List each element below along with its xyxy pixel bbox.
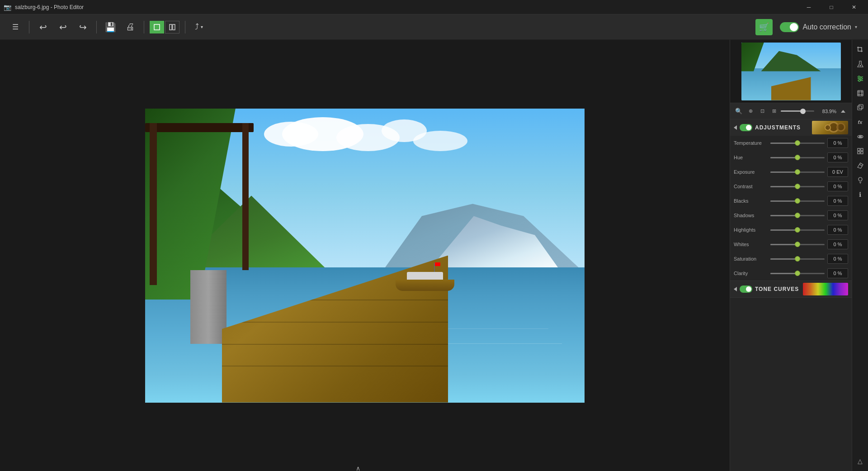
adj-slider-thumb-5	[795, 213, 800, 218]
zoom-fit-btn[interactable]: ⊡	[757, 106, 767, 116]
adj-slider-6[interactable]	[770, 229, 825, 231]
adj-slider-8[interactable]	[770, 258, 825, 260]
auto-correction-control[interactable]: Auto correction ▾	[776, 20, 861, 34]
canvas-area[interactable]: ∧	[0, 40, 730, 471]
lab-icon-btn[interactable]	[854, 58, 867, 71]
adj-row-temperature: Temperature 0 %	[730, 136, 852, 150]
sliders-icon-btn[interactable]	[854, 72, 867, 85]
adj-row-highlights: Highlights 0 %	[730, 223, 852, 237]
adjustments-toggle[interactable]	[740, 124, 752, 131]
toggle-knob	[790, 23, 798, 31]
zoom-slider[interactable]	[781, 110, 814, 112]
svg-rect-18	[858, 152, 860, 154]
svg-point-15	[860, 136, 861, 137]
tone-curves-rainbow	[803, 283, 848, 295]
chevron-up-icon	[841, 110, 845, 113]
main-toolbar: ☰ ↩ ↩ ↪ 💾 🖨 ⤴ ▾ 🛒 Auto correction ▾	[0, 14, 868, 40]
redeye-icon-btn[interactable]	[854, 130, 867, 143]
adjustments-section: ADJUSTMENTS Temperature 0 % Hue	[730, 119, 852, 281]
app-icon: 📷	[4, 4, 11, 11]
title-bar: 📷 salzburg-6.jpg - Photo Editor ─ □ ✕	[0, 0, 868, 14]
title-bar-controls: ─ □ ✕	[798, 0, 864, 14]
close-button[interactable]: ✕	[844, 0, 864, 14]
adj-row-blacks: Blacks 0 %	[730, 194, 852, 208]
adj-slider-5[interactable]	[770, 215, 825, 216]
info-icon-btn[interactable]: ℹ	[854, 188, 867, 201]
svg-rect-11	[858, 106, 862, 110]
svg-rect-16	[858, 148, 860, 151]
adj-slider-7[interactable]	[770, 244, 825, 245]
save-button[interactable]: 💾	[102, 19, 118, 35]
maximize-button[interactable]: □	[821, 0, 842, 14]
adj-slider-4[interactable]	[770, 200, 825, 202]
adj-slider-fill-7	[770, 244, 797, 245]
cart-button[interactable]: 🛒	[755, 19, 773, 35]
gears-decoration	[812, 121, 848, 134]
svg-rect-2	[173, 24, 175, 30]
zoom-slider-thumb[interactable]	[800, 109, 806, 114]
zoom-slider-fill	[781, 110, 801, 112]
svg-point-3	[859, 65, 861, 67]
adjustments-icon-area	[812, 121, 848, 134]
zoom-in-btn[interactable]: ⊕	[745, 106, 755, 116]
zoom-full-btn[interactable]: ⊞	[769, 106, 779, 116]
tone-curves-header[interactable]: TONE CURVES	[730, 281, 852, 297]
print-button[interactable]: 🖨	[122, 19, 138, 35]
grid-icon-btn[interactable]	[854, 145, 867, 157]
window-title: salzburg-6.jpg - Photo Editor	[15, 4, 84, 10]
adj-row-exposure: Exposure 0 EV	[730, 165, 852, 179]
adj-slider-thumb-8	[795, 256, 800, 262]
adj-row-clarity: Clarity 0 %	[730, 266, 852, 281]
crop-icon-btn[interactable]	[854, 43, 867, 56]
adj-label-1: Hue	[734, 155, 768, 160]
tone-curves-toggle[interactable]	[740, 285, 752, 293]
adjustments-header[interactable]: ADJUSTMENTS	[730, 119, 852, 136]
adj-slider-fill-9	[770, 273, 797, 274]
delta-icon-btn[interactable]: △	[854, 455, 867, 467]
adj-slider-9[interactable]	[770, 273, 825, 274]
clouds-layer	[255, 117, 481, 176]
adj-slider-thumb-4	[795, 198, 800, 204]
share-button[interactable]: ⤴ ▾	[191, 19, 207, 35]
auto-correction-toggle[interactable]	[780, 22, 799, 32]
view-toggle-group	[150, 21, 179, 33]
zoom-out-btn[interactable]: 🔍	[734, 106, 744, 116]
svg-rect-19	[861, 152, 863, 154]
adj-value-2: 0 EV	[827, 167, 848, 177]
eraser-icon-btn[interactable]	[854, 159, 867, 172]
arbor-post-right	[242, 123, 249, 270]
boat-hull	[396, 280, 454, 291]
auto-correction-dropdown[interactable]: ▾	[855, 24, 857, 29]
auto-correction-label: Auto correction	[802, 23, 851, 31]
adjustments-collapse-icon	[734, 125, 737, 130]
adj-row-contrast: Contrast 0 %	[730, 179, 852, 194]
redo-button[interactable]: ↪	[75, 19, 91, 35]
tone-curves-section: TONE CURVES	[730, 281, 852, 298]
undo2-button[interactable]: ↩	[55, 19, 71, 35]
zoom-value: 83.9%	[816, 109, 836, 114]
effects-icon-btn[interactable]: fx	[854, 116, 867, 128]
bottom-expand-bar[interactable]: ∧	[356, 465, 374, 467]
adj-slider-0[interactable]	[770, 143, 825, 144]
transform-icon-btn[interactable]	[854, 87, 867, 100]
lightbulb-icon-btn[interactable]	[854, 174, 867, 186]
adj-row-whites: Whites 0 %	[730, 237, 852, 252]
view-single-button[interactable]	[150, 21, 164, 33]
adj-slider-fill-6	[770, 229, 797, 231]
boat	[396, 268, 454, 291]
undo-button[interactable]: ↩	[35, 19, 51, 35]
adj-slider-2[interactable]	[770, 171, 825, 173]
adj-slider-1[interactable]	[770, 157, 825, 158]
menu-button[interactable]: ☰	[7, 19, 24, 35]
clone-icon-btn[interactable]	[854, 101, 867, 114]
right-panel: 🔍 ⊕ ⊡ ⊞ 83.9% ADJUSTMENTS	[730, 40, 852, 471]
view-split-button[interactable]	[165, 21, 179, 33]
adj-slider-3[interactable]	[770, 186, 825, 187]
svg-rect-0	[154, 24, 160, 30]
main-content: ∧ 🔍 ⊕ ⊡ ⊞ 83.9%	[0, 40, 868, 471]
tone-curves-knob	[746, 286, 751, 292]
minimize-button[interactable]: ─	[798, 0, 819, 14]
stone-wall	[190, 270, 226, 344]
adj-slider-thumb-3	[795, 184, 800, 189]
zoom-collapse-btn[interactable]	[838, 106, 848, 116]
